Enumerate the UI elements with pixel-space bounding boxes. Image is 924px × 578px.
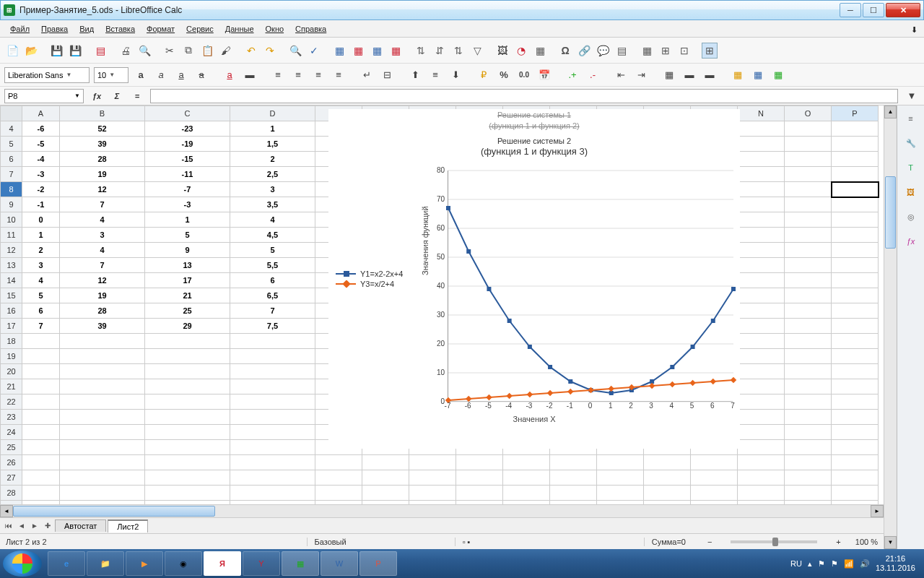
cell-reference[interactable]: P8▼: [4, 89, 84, 103]
cell-I28[interactable]: [503, 486, 550, 501]
cell-O28[interactable]: [785, 486, 832, 501]
cell-A23[interactable]: [22, 410, 60, 425]
window-icon[interactable]: ⊡: [676, 43, 692, 59]
cell-B21[interactable]: [60, 379, 145, 394]
cell-N8[interactable]: [738, 182, 785, 197]
spreadsheet-grid[interactable]: ABCDEFGHIJKLMNOP4-652-2315-539-191,56-42…: [0, 105, 884, 504]
fx-icon[interactable]: ƒx: [90, 89, 104, 103]
row-header-23[interactable]: 23: [1, 410, 22, 425]
cell-A27[interactable]: [22, 470, 60, 486]
cell-D18[interactable]: [230, 334, 315, 349]
cell-D16[interactable]: 7: [230, 303, 315, 319]
cell-O12[interactable]: [785, 243, 832, 258]
cell-C28[interactable]: [145, 486, 230, 501]
cell-B12[interactable]: 4: [60, 243, 145, 258]
cell-C8[interactable]: -7: [145, 182, 230, 197]
cell-N4[interactable]: [738, 121, 785, 137]
cell-P19[interactable]: [832, 349, 879, 364]
cell-C26[interactable]: [145, 455, 230, 470]
grid-icon[interactable]: ⊞: [702, 43, 718, 59]
vertical-scrollbar[interactable]: ▲ ▼: [884, 105, 897, 549]
task-chrome-icon[interactable]: ◉: [165, 551, 202, 576]
cell-J26[interactable]: [550, 455, 597, 470]
currency-icon[interactable]: ₽: [476, 67, 492, 83]
font-combo[interactable]: Liberation Sans▼: [4, 67, 90, 83]
scroll-down-icon[interactable]: ▼: [884, 536, 897, 549]
spell-icon[interactable]: ✓: [306, 43, 322, 59]
row-header-22[interactable]: 22: [1, 394, 22, 410]
cell-M27[interactable]: [691, 470, 738, 486]
cell-B4[interactable]: 52: [60, 121, 145, 137]
cell-A12[interactable]: 2: [22, 243, 60, 258]
cell-D23[interactable]: [230, 410, 315, 425]
sidebar-properties-icon[interactable]: 🔧: [902, 134, 920, 152]
special-icon[interactable]: Ω: [557, 43, 573, 59]
pdf-icon[interactable]: ▤: [92, 43, 108, 59]
border-style-icon[interactable]: ▬: [681, 67, 697, 83]
cell-C12[interactable]: 9: [145, 243, 230, 258]
cell-A28[interactable]: [22, 486, 60, 501]
save-icon[interactable]: 💾: [48, 43, 64, 59]
cell-P27[interactable]: [832, 470, 879, 486]
cell-D13[interactable]: 5,5: [230, 258, 315, 273]
underline-icon[interactable]: a: [173, 67, 189, 83]
col-icon[interactable]: ▦: [350, 43, 366, 59]
sum-icon[interactable]: Σ: [110, 89, 124, 103]
add-dec-icon[interactable]: .+: [565, 67, 580, 83]
cell-N7[interactable]: [738, 167, 785, 182]
task-yabrowser-icon[interactable]: Y: [243, 551, 280, 576]
cell-D14[interactable]: 6: [230, 273, 315, 288]
cell-C19[interactable]: [145, 349, 230, 364]
cell-N29[interactable]: [738, 501, 785, 505]
menu-format[interactable]: Формат: [142, 22, 179, 35]
menu-data[interactable]: Данные: [221, 22, 258, 35]
cell-K28[interactable]: [597, 486, 644, 501]
cell-P8[interactable]: [832, 182, 879, 197]
cell-P21[interactable]: [832, 379, 879, 394]
row-header-9[interactable]: 9: [1, 197, 22, 212]
row-icon[interactable]: ▦: [331, 43, 347, 59]
cell-C4[interactable]: -23: [145, 121, 230, 137]
row-header-8[interactable]: 8: [1, 182, 22, 197]
cell-A4[interactable]: -6: [22, 121, 60, 137]
freeze-icon[interactable]: ▦: [639, 43, 655, 59]
cell-B6[interactable]: 28: [60, 152, 145, 167]
row-header-14[interactable]: 14: [1, 273, 22, 288]
cell-B28[interactable]: [60, 486, 145, 501]
cell-P24[interactable]: [832, 425, 879, 440]
cell-O17[interactable]: [785, 319, 832, 334]
row-header-17[interactable]: 17: [1, 319, 22, 334]
row-header-19[interactable]: 19: [1, 349, 22, 364]
cell-N20[interactable]: [738, 364, 785, 379]
tray-action-icon[interactable]: ⚑: [831, 559, 838, 569]
cell-B5[interactable]: 39: [60, 137, 145, 152]
del-dec-icon[interactable]: .-: [585, 67, 601, 83]
cell-P11[interactable]: [832, 228, 879, 243]
cell-F26[interactable]: [362, 455, 409, 470]
cell-N27[interactable]: [738, 470, 785, 486]
cell-D11[interactable]: 4,5: [230, 228, 315, 243]
cell-O20[interactable]: [785, 364, 832, 379]
cell-P6[interactable]: [832, 152, 879, 167]
menu-edit[interactable]: Правка: [37, 22, 72, 35]
cell-C24[interactable]: [145, 425, 230, 440]
task-media-icon[interactable]: ▶: [126, 551, 163, 576]
cell-P5[interactable]: [832, 137, 879, 152]
sidebar-menu-icon[interactable]: ≡: [902, 110, 920, 127]
chart-icon[interactable]: ◔: [513, 43, 529, 59]
cell-N9[interactable]: [738, 197, 785, 212]
cell-P17[interactable]: [832, 319, 879, 334]
cell-B14[interactable]: 12: [60, 273, 145, 288]
row-header-24[interactable]: 24: [1, 425, 22, 440]
cell-N14[interactable]: [738, 273, 785, 288]
percent-icon[interactable]: %: [496, 67, 512, 83]
cell-O8[interactable]: [785, 182, 832, 197]
cell-P28[interactable]: [832, 486, 879, 501]
tray-flag-icon[interactable]: ⚑: [818, 559, 825, 569]
brush-icon[interactable]: 🖌: [218, 43, 234, 59]
cell-O11[interactable]: [785, 228, 832, 243]
cell-D9[interactable]: 3,5: [230, 197, 315, 212]
tab-next-icon[interactable]: ►: [29, 520, 40, 532]
tab-add-icon[interactable]: ✚: [42, 520, 53, 532]
valign-top-icon[interactable]: ⬆: [407, 67, 423, 83]
